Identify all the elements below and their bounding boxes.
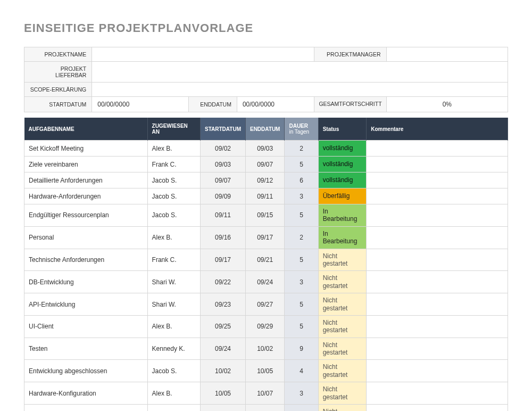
cell-assigned[interactable]: Jacob S. xyxy=(147,204,200,227)
cell-duration[interactable]: 6 xyxy=(285,172,318,188)
value-start[interactable]: 00/00/0000 xyxy=(92,97,189,112)
cell-comment[interactable] xyxy=(367,188,508,204)
cell-assigned[interactable]: Alex B. xyxy=(147,382,200,405)
cell-duration[interactable]: 3 xyxy=(285,271,318,293)
cell-end[interactable]: 10/02 xyxy=(245,338,284,360)
cell-task[interactable]: Technische Anforderungen xyxy=(24,249,148,271)
cell-start[interactable]: 09/07 xyxy=(201,172,246,188)
cell-duration[interactable]: 2 xyxy=(285,226,318,249)
cell-end[interactable]: 10/07 xyxy=(245,382,284,405)
cell-status[interactable]: Nicht gestartet xyxy=(318,338,367,360)
cell-start[interactable]: 09/23 xyxy=(201,293,246,316)
cell-comment[interactable] xyxy=(367,405,508,411)
cell-duration[interactable]: 3 xyxy=(285,188,318,204)
value-project-name[interactable] xyxy=(92,47,314,62)
cell-task[interactable]: Hardware-Konfiguration xyxy=(24,382,148,405)
cell-status[interactable]: vollständig xyxy=(318,141,367,157)
cell-end[interactable]: 10/09 xyxy=(245,405,284,411)
cell-comment[interactable] xyxy=(367,315,508,338)
cell-assigned[interactable]: Jacob S. xyxy=(147,172,200,188)
cell-task[interactable]: API-Entwicklung xyxy=(24,293,148,316)
cell-task[interactable]: Testen xyxy=(24,338,148,360)
cell-end[interactable]: 09/29 xyxy=(245,315,284,338)
value-deliverable[interactable] xyxy=(92,62,508,83)
cell-end[interactable]: 09/03 xyxy=(245,141,284,157)
cell-task[interactable]: Set Kickoff Meeting xyxy=(24,141,148,157)
cell-assigned[interactable]: Shari W. xyxy=(147,293,200,316)
cell-task[interactable]: Ziele vereinbaren xyxy=(24,157,148,172)
cell-end[interactable]: 09/15 xyxy=(245,204,284,227)
cell-task[interactable]: DB-Entwicklung xyxy=(24,271,148,293)
value-scope[interactable] xyxy=(92,83,508,97)
cell-status[interactable]: Überfällig xyxy=(318,188,367,204)
cell-assigned[interactable]: Alex B. xyxy=(147,226,200,249)
cell-duration[interactable]: 5 xyxy=(285,157,318,172)
cell-start[interactable]: 09/25 xyxy=(201,315,246,338)
cell-assigned[interactable]: Alex B. xyxy=(147,315,200,338)
cell-duration[interactable]: 4 xyxy=(285,360,318,382)
cell-start[interactable]: 09/16 xyxy=(201,226,246,249)
cell-status[interactable]: Nicht gestartet xyxy=(318,405,367,411)
cell-assigned[interactable]: Frank C. xyxy=(147,249,200,271)
value-end[interactable]: 00/00/0000 xyxy=(237,97,314,112)
cell-status[interactable]: Nicht gestartet xyxy=(318,249,367,271)
cell-status[interactable]: vollständig xyxy=(318,172,367,188)
cell-task[interactable]: Endgültiger Ressourcenplan xyxy=(24,204,148,227)
cell-end[interactable]: 09/12 xyxy=(245,172,284,188)
cell-task[interactable]: Detaillierte Anforderungen xyxy=(24,172,148,188)
cell-comment[interactable] xyxy=(367,141,508,157)
cell-status[interactable]: Nicht gestartet xyxy=(318,360,367,382)
cell-assigned[interactable]: Kennedy K. xyxy=(147,405,200,411)
cell-assigned[interactable]: Frank C. xyxy=(147,157,200,172)
cell-end[interactable]: 10/05 xyxy=(245,360,284,382)
cell-duration[interactable]: 3 xyxy=(285,382,318,405)
cell-comment[interactable] xyxy=(367,360,508,382)
cell-comment[interactable] xyxy=(367,226,508,249)
cell-end[interactable]: 09/21 xyxy=(245,249,284,271)
cell-status[interactable]: Nicht gestartet xyxy=(318,293,367,316)
cell-comment[interactable] xyxy=(367,271,508,293)
cell-end[interactable]: 09/27 xyxy=(245,293,284,316)
cell-status[interactable]: vollständig xyxy=(318,157,367,172)
cell-status[interactable]: Nicht gestartet xyxy=(318,382,367,405)
cell-duration[interactable]: 4 xyxy=(285,405,318,411)
cell-duration[interactable]: 5 xyxy=(285,315,318,338)
cell-comment[interactable] xyxy=(367,293,508,316)
cell-assigned[interactable]: Kennedy K. xyxy=(147,338,200,360)
cell-start[interactable]: 10/05 xyxy=(201,382,246,405)
cell-assigned[interactable]: Shari W. xyxy=(147,271,200,293)
cell-comment[interactable] xyxy=(367,157,508,172)
cell-start[interactable]: 09/22 xyxy=(201,271,246,293)
cell-comment[interactable] xyxy=(367,338,508,360)
cell-status[interactable]: In Bearbeitung xyxy=(318,204,367,227)
cell-end[interactable]: 09/11 xyxy=(245,188,284,204)
cell-duration[interactable]: 5 xyxy=(285,204,318,227)
cell-duration[interactable]: 5 xyxy=(285,249,318,271)
cell-status[interactable]: In Bearbeitung xyxy=(318,226,367,249)
cell-duration[interactable]: 9 xyxy=(285,338,318,360)
cell-status[interactable]: Nicht gestartet xyxy=(318,315,367,338)
cell-start[interactable]: 09/09 xyxy=(201,188,246,204)
cell-start[interactable]: 10/02 xyxy=(201,360,246,382)
cell-end[interactable]: 09/07 xyxy=(245,157,284,172)
cell-comment[interactable] xyxy=(367,382,508,405)
cell-comment[interactable] xyxy=(367,249,508,271)
value-project-manager[interactable] xyxy=(386,47,508,62)
cell-duration[interactable]: 2 xyxy=(285,141,318,157)
cell-end[interactable]: 09/24 xyxy=(245,271,284,293)
cell-comment[interactable] xyxy=(367,204,508,227)
cell-assigned[interactable]: Jacob S. xyxy=(147,188,200,204)
cell-comment[interactable] xyxy=(367,172,508,188)
cell-task[interactable]: Systemtests xyxy=(24,405,148,411)
cell-assigned[interactable]: Jacob S. xyxy=(147,360,200,382)
cell-start[interactable]: 09/11 xyxy=(201,204,246,227)
cell-task[interactable]: UI-Client xyxy=(24,315,148,338)
cell-status[interactable]: Nicht gestartet xyxy=(318,271,367,293)
cell-start[interactable]: 09/17 xyxy=(201,249,246,271)
cell-start[interactable]: 10/06 xyxy=(201,405,246,411)
cell-start[interactable]: 09/03 xyxy=(201,157,246,172)
cell-task[interactable]: Personal xyxy=(24,226,148,249)
cell-start[interactable]: 09/02 xyxy=(201,141,246,157)
cell-task[interactable]: Hardware-Anforderungen xyxy=(24,188,148,204)
cell-assigned[interactable]: Alex B. xyxy=(147,141,200,157)
